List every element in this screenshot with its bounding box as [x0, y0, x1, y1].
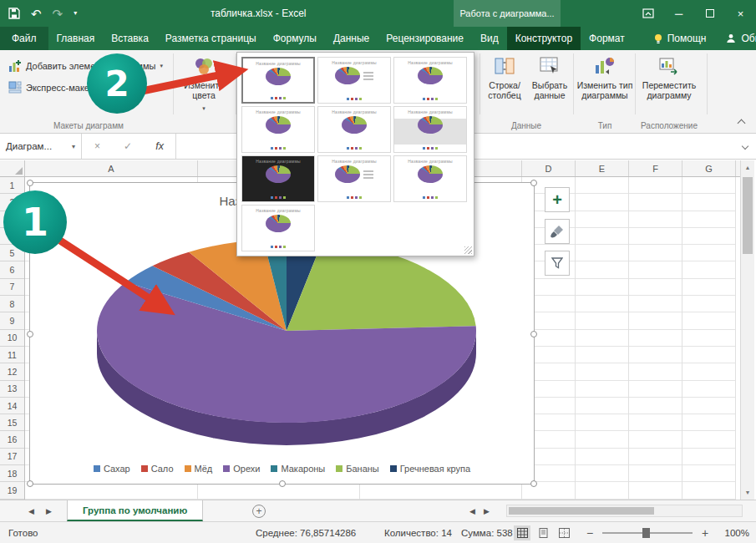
- horizontal-scrollbar[interactable]: [506, 505, 743, 517]
- group-divider: [707, 53, 708, 114]
- resize-handle[interactable]: [27, 480, 33, 487]
- scroll-down-icon[interactable]: ▼: [741, 485, 754, 500]
- collapse-ribbon-button[interactable]: [738, 120, 746, 128]
- insert-function-icon[interactable]: fx: [155, 140, 164, 152]
- row-header-16[interactable]: 16: [0, 432, 24, 449]
- column-header-G[interactable]: G: [682, 160, 736, 176]
- row-header-13[interactable]: 13: [0, 381, 24, 398]
- tab-file[interactable]: Файл: [0, 27, 48, 50]
- chart-legend[interactable]: СахарСалоМёдОрехиМакароныБананыГречневая…: [30, 464, 534, 474]
- chart-style-option-10[interactable]: Название диаграммы: [241, 205, 315, 251]
- select-all-corner[interactable]: [0, 160, 25, 176]
- maximize-button[interactable]: [694, 0, 725, 27]
- zoom-out-button[interactable]: −: [585, 526, 595, 540]
- chart-style-option-4[interactable]: Название диаграммы: [241, 106, 315, 153]
- chart-style-option-1[interactable]: Название диаграммы: [241, 57, 315, 104]
- tab-Вид[interactable]: Вид: [472, 27, 507, 50]
- share-button[interactable]: Общий доступ: [714, 27, 756, 50]
- tab-Разметка страницы[interactable]: Разметка страницы: [157, 27, 265, 50]
- scroll-left-icon[interactable]: ◀: [469, 507, 475, 515]
- status-sum: Сумма: 538: [461, 522, 513, 543]
- chart-style-option-9[interactable]: Название диаграммы: [393, 155, 467, 202]
- tell-me-button[interactable]: Помощн: [645, 27, 715, 50]
- chart-style-option-8[interactable]: Название диаграммы: [317, 155, 391, 202]
- chart-style-option-5[interactable]: Название диаграммы: [317, 106, 391, 153]
- undo-icon[interactable]: ↶: [31, 8, 42, 20]
- row-header-19[interactable]: 19: [0, 482, 24, 499]
- tab-Главная[interactable]: Главная: [48, 27, 104, 50]
- close-button[interactable]: ×: [725, 0, 756, 27]
- tab-Формулы[interactable]: Формулы: [265, 27, 325, 50]
- row-header-15[interactable]: 15: [0, 414, 24, 431]
- name-box[interactable]: Диаграм... ▾: [0, 134, 82, 159]
- resize-handle[interactable]: [530, 480, 537, 487]
- move-chart-button[interactable]: Переместить диаграмму: [638, 52, 700, 100]
- tab-Данные[interactable]: Данные: [325, 27, 378, 50]
- row-header-7[interactable]: 7: [0, 279, 24, 296]
- resize-handle[interactable]: [27, 331, 33, 337]
- page-layout-view-icon[interactable]: [535, 525, 551, 540]
- legend-swatch: [223, 465, 230, 472]
- row-header-11[interactable]: 11: [0, 347, 24, 363]
- redo-icon[interactable]: ↷: [53, 8, 63, 20]
- chart-styles-button[interactable]: [545, 219, 570, 244]
- chart-elements-button[interactable]: +: [545, 187, 570, 212]
- row-header-8[interactable]: 8: [0, 296, 24, 312]
- row-header-10[interactable]: 10: [0, 330, 24, 347]
- row-header-14[interactable]: 14: [0, 398, 24, 414]
- tab-Вставка[interactable]: Вставка: [103, 27, 157, 50]
- zoom-level[interactable]: 100%: [718, 528, 749, 538]
- chart-style-option-2[interactable]: Название диаграммы: [317, 57, 391, 104]
- qat-customize-icon[interactable]: ▾: [74, 10, 77, 17]
- save-icon[interactable]: [8, 8, 20, 19]
- column-header-F[interactable]: F: [629, 160, 682, 176]
- tab-Формат[interactable]: Формат: [581, 27, 633, 50]
- confirm-entry-icon[interactable]: ✓: [124, 140, 132, 152]
- resize-handle[interactable]: [279, 480, 286, 487]
- column-header-D[interactable]: D: [522, 160, 576, 176]
- row-header-17[interactable]: 17: [0, 449, 24, 465]
- vertical-scrollbar[interactable]: ▲ ▼: [740, 160, 754, 500]
- row-header-1[interactable]: 1: [0, 177, 24, 194]
- scroll-right-icon[interactable]: ▶: [484, 507, 490, 515]
- column-header-A[interactable]: A: [25, 160, 198, 176]
- row-header-18[interactable]: 18: [0, 465, 24, 482]
- normal-view-icon[interactable]: [514, 525, 530, 540]
- expand-formula-bar-icon[interactable]: [743, 144, 750, 151]
- chart-filters-button[interactable]: [545, 251, 570, 276]
- tab-Конструктор[interactable]: Конструктор: [507, 27, 581, 50]
- group-divider: [635, 53, 636, 114]
- row-header-12[interactable]: 12: [0, 363, 24, 380]
- zoom-slider[interactable]: [602, 527, 693, 539]
- sheet-prev-icon[interactable]: ◀: [28, 507, 34, 515]
- resize-handle[interactable]: [530, 180, 537, 186]
- person-icon: [726, 33, 736, 43]
- chart-style-option-6[interactable]: Название диаграммы: [393, 106, 467, 153]
- row-header-6[interactable]: 6: [0, 262, 24, 279]
- tab-Рецензирование[interactable]: Рецензирование: [378, 27, 472, 50]
- scroll-up-icon[interactable]: ▲: [741, 160, 754, 175]
- change-colors-button[interactable]: Изменить цвета ▾: [177, 52, 231, 114]
- vertical-scroll-thumb[interactable]: [743, 177, 753, 254]
- page-break-view-icon[interactable]: [556, 525, 572, 540]
- chart-style-option-7[interactable]: Название диаграммы: [241, 155, 315, 202]
- sheet-next-icon[interactable]: ▶: [46, 507, 52, 515]
- resize-handle[interactable]: [530, 331, 537, 337]
- chart-style-option-3[interactable]: Название диаграммы: [393, 57, 467, 104]
- resize-handle[interactable]: [27, 180, 33, 186]
- cancel-entry-icon[interactable]: ×: [94, 140, 100, 152]
- thumb-title: Название диаграммы: [242, 208, 314, 213]
- ribbon-display-options-icon[interactable]: [632, 0, 663, 27]
- horizontal-scroll-thumb[interactable]: [509, 507, 654, 515]
- row-header-9[interactable]: 9: [0, 312, 24, 329]
- switch-row-column-button[interactable]: Строка/ столбец: [483, 52, 526, 100]
- minimize-button[interactable]: ─: [663, 0, 694, 27]
- select-data-button[interactable]: Выбрать данные: [528, 52, 571, 100]
- change-chart-type-button[interactable]: Изменить тип диаграммы: [576, 52, 633, 100]
- zoom-slider-thumb[interactable]: [642, 528, 650, 538]
- column-header-E[interactable]: E: [576, 160, 629, 176]
- zoom-in-button[interactable]: +: [700, 526, 710, 540]
- sheet-tab-active[interactable]: Группа по умолчанию: [67, 500, 203, 521]
- quick-layout-icon: [8, 81, 22, 94]
- new-sheet-button[interactable]: +: [252, 505, 266, 518]
